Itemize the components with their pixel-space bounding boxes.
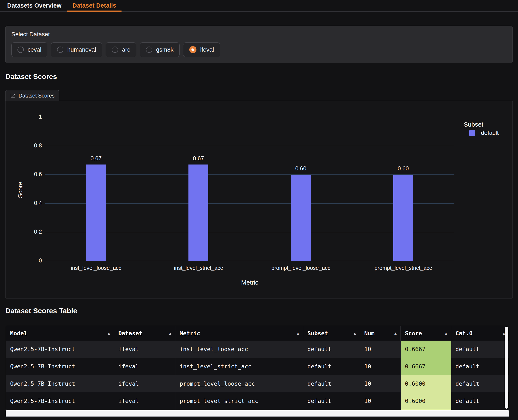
bar-value-label: 0.60 [388,165,418,172]
dataset-option-arc[interactable]: arc [106,42,136,57]
sort-ascending-icon[interactable]: ▲ [108,331,110,336]
dataset-option-label: gsm8k [156,46,173,53]
dataset-option-ifeval[interactable]: ifeval [183,42,220,57]
sort-ascending-icon[interactable]: ▲ [169,331,171,336]
tab-dataset-details[interactable]: Dataset Details [67,0,122,11]
sort-ascending-icon[interactable]: ▲ [297,331,299,336]
table-cell: default [303,358,360,375]
chart-panel-tab-label: Dataset Scores [19,93,55,99]
sort-ascending-icon[interactable]: ▲ [394,331,397,336]
select-dataset-label: Select Dataset [11,31,507,38]
column-header-label: Num [364,330,375,337]
x-axis-line [45,261,454,261]
y-axis-tick-label: 0.4 [10,200,42,206]
bar-value-label: 0.67 [184,155,213,162]
sort-ascending-icon[interactable]: ▲ [445,331,447,336]
column-header-metric[interactable]: Metric▲ [175,326,303,341]
table-cell: default [303,375,360,392]
column-header-label: Subset [307,330,328,337]
dataset-scores-table: Model▲Dataset▲Metric▲Subset▲Num▲Score▲Ca… [6,326,509,410]
tab-datasets-overview[interactable]: Datasets Overview [2,0,67,11]
x-axis-category-label: prompt_level_strict_acc [358,265,449,271]
y-axis-tick-label: 1 [10,113,42,120]
dataset-scores-table-heading: Dataset Scores Table [5,307,77,315]
table-cell: prompt_level_strict_acc [175,392,303,410]
score-cell: 0.6667 [401,358,451,375]
score-cell: 0.6000 [401,392,451,410]
y-axis-tick-label: 0.8 [10,142,42,149]
table-cell: default [451,341,509,358]
column-header-label: Score [405,330,422,337]
column-header-dataset[interactable]: Dataset▲ [114,326,175,341]
table-cell: Qwen2.5-7B-Instruct [6,341,114,358]
table-cell: Qwen2.5-7B-Instruct [6,392,114,410]
y-axis-tick-label: 0.2 [10,229,42,235]
dataset-option-humaneval[interactable]: humaneval [51,42,102,57]
column-header-label: Cat.0 [455,330,473,337]
y-axis-tick-label: 0 [10,257,42,264]
table-cell: inst_level_loose_acc [175,341,303,358]
column-header-model[interactable]: Model▲ [6,326,114,341]
table-horizontal-scrollbar[interactable] [6,410,509,417]
sort-ascending-icon[interactable]: ▲ [354,331,356,336]
x-axis-category-label: inst_level_loose_acc [51,265,141,271]
score-cell: 0.6667 [401,341,451,358]
y-axis-tick-label: 0.6 [10,171,42,178]
table-grid: Model▲Dataset▲Metric▲Subset▲Num▲Score▲Ca… [6,326,509,410]
dataset-option-label: humaneval [67,46,96,53]
table-cell: prompt_level_loose_acc [175,375,303,392]
dataset-scores-chart-panel: Dataset Scores Score Metric Subset defau… [5,101,513,299]
gridline [45,232,454,232]
table-cell: 10 [360,392,401,410]
legend-title: Subset [464,121,483,128]
bar-value-label: 0.60 [286,165,316,172]
bar [291,175,311,261]
chart-panel-tab: Dataset Scores [5,90,59,101]
gridline [45,146,454,146]
column-header-score[interactable]: Score▲ [401,326,451,341]
column-header-cat-0[interactable]: Cat.0▲ [451,326,509,341]
bar-value-label: 0.67 [81,155,111,162]
legend-swatch [469,130,475,136]
bar [188,165,208,261]
dataset-option-label: ceval [28,46,41,53]
x-axis-category-label: prompt_level_loose_acc [256,265,346,271]
radio-unselected-icon [146,46,152,53]
table-cell: ifeval [114,375,175,392]
dataset-option-label: ifeval [200,46,214,53]
legend-label: default [481,129,499,136]
column-header-label: Model [10,330,27,337]
table-cell: ifeval [114,341,175,358]
bar [86,165,106,261]
table-cell: default [451,358,509,375]
top-tab-bar: Datasets Overview Dataset Details [0,0,518,12]
dataset-option-ceval[interactable]: ceval [11,42,47,57]
table-vertical-scrollbar[interactable] [505,327,508,409]
table-cell: ifeval [114,392,175,410]
table-cell: 10 [360,358,401,375]
dataset-scores-heading: Dataset Scores [5,72,57,81]
gridline [45,174,454,175]
dataset-option-label: arc [122,46,130,53]
column-header-subset[interactable]: Subset▲ [303,326,360,341]
table-cell: inst_level_strict_acc [175,358,303,375]
table-cell: Qwen2.5-7B-Instruct [6,358,114,375]
table-cell: 10 [360,341,401,358]
radio-unselected-icon [57,46,63,53]
table-cell: default [303,341,360,358]
column-header-num[interactable]: Num▲ [360,326,401,341]
radio-dot [191,48,194,51]
select-dataset-panel: Select Dataset cevalhumanevalarcgsm8kife… [5,26,513,63]
table-cell: 10 [360,375,401,392]
bar [393,175,413,261]
column-header-label: Metric [180,330,200,337]
table-cell: ifeval [114,358,175,375]
gridline [45,203,454,204]
table-cell: default [451,375,509,392]
radio-unselected-icon [17,46,24,53]
x-axis-category-label: inst_level_strict_acc [153,265,244,271]
radio-selected-icon [189,46,196,53]
dataset-option-gsm8k[interactable]: gsm8k [140,42,179,57]
table-cell: Qwen2.5-7B-Instruct [6,375,114,392]
x-axis-title: Metric [218,279,281,286]
